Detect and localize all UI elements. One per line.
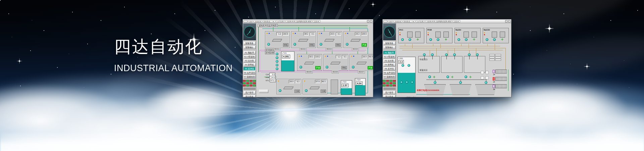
alarm-cell: [253, 85, 256, 87]
pump-icon: [276, 56, 278, 59]
close-button[interactable]: [370, 20, 372, 22]
menu-item[interactable]: F6 化学清洗: [383, 71, 395, 74]
alarm-cell: [389, 82, 392, 84]
mixer-icon: [446, 56, 447, 59]
tank-fill: [341, 88, 352, 95]
filter-shape: [272, 39, 282, 42]
pump-icon: [406, 81, 408, 84]
unit-state-badge: 产水: [362, 43, 367, 47]
alarm-button[interactable]: 报警查看: [383, 42, 395, 45]
readout-box: [495, 59, 501, 61]
menu-label: 送水泵: [248, 59, 254, 62]
chemical-station: PAC: [398, 28, 424, 43]
menu-key: F5: [385, 67, 387, 70]
alarm-button[interactable]: 报警查看: [244, 42, 256, 45]
menu-item[interactable]: F4 鼓风机: [383, 63, 395, 66]
menu-key: F3: [385, 59, 387, 62]
alarm-cell: [393, 85, 396, 87]
mixer-fan-icon: [417, 38, 419, 41]
pipe-segment: [299, 27, 299, 32]
titlebar-field: 运行监视: [416, 20, 425, 22]
warn-marker: [325, 56, 326, 57]
menu-key: F2: [244, 55, 247, 58]
titlebar-field: 0.00 秒: [452, 20, 460, 22]
pump-icon: [465, 38, 468, 41]
press-tag: 3#: [493, 88, 495, 91]
turbidity-value: 1.2: [336, 55, 341, 58]
warn-marker: [319, 33, 320, 34]
menu-item[interactable]: F2 V型滤池: [244, 55, 256, 58]
pump-icon: [293, 43, 296, 46]
minimize-button[interactable]: [505, 20, 507, 22]
menu-item[interactable]: F6 化学清洗: [244, 71, 256, 74]
canvas-small-button[interactable]: [259, 90, 268, 93]
decanter-box: [485, 76, 489, 80]
filter-unit: 38.2 0.1 停机 BD002: [291, 31, 316, 48]
alarm-cell: [243, 82, 246, 84]
warn-marker: [293, 33, 294, 34]
alarm-cell: [243, 85, 246, 87]
window-nav-button[interactable]: [244, 20, 248, 22]
menu-item[interactable]: F3 送水泵: [383, 59, 395, 62]
menu-item[interactable]: F2 V型滤池: [383, 55, 395, 58]
menu-item[interactable]: F7 隐藏画面: [383, 75, 395, 79]
pump-icon: [493, 38, 496, 41]
tank-fill: [355, 85, 365, 95]
user-button[interactable]: 用户登录: [244, 95, 256, 97]
unit-code: BD002: [300, 48, 307, 51]
readout-box: [495, 54, 501, 56]
menu-key: F4: [245, 63, 247, 66]
pipe-segment: [340, 89, 340, 93]
alarm-cell: [246, 82, 249, 84]
filter-unit: 30.1 133.2 产水 BD005: [297, 54, 322, 71]
alarm-marker: [456, 34, 457, 35]
mixer-icon: [432, 56, 433, 59]
unit-code: BD001: [273, 48, 280, 51]
dosing-tank: [435, 32, 441, 38]
process-canvas-pretreatment: PAC PAM: [396, 23, 511, 97]
unit-code: BD003: [326, 48, 333, 51]
close-button[interactable]: [508, 20, 511, 22]
alarm-status-grid: [383, 80, 396, 87]
pump-icon: [346, 43, 348, 46]
menu-item[interactable]: F7 隐藏画面: [244, 75, 256, 79]
menu-item[interactable]: F5 反冲洗: [244, 67, 256, 70]
warn-marker: [299, 56, 300, 57]
alarm-status-grid: [243, 80, 256, 87]
pump-icon: [320, 43, 322, 46]
alarm-button[interactable]: 报警确认: [244, 46, 256, 49]
clear-water-tank: L7101 4.391: [281, 51, 294, 71]
pipe-segment: [487, 44, 488, 46]
titlebar-field: 12/02/16: [254, 20, 262, 22]
pipe-segment: [412, 44, 413, 48]
analog-clock: [384, 26, 395, 38]
aux-readout: NTU 473.1: [266, 79, 276, 82]
user-button[interactable]: 用户管理: [244, 91, 256, 94]
press-connector: [493, 70, 495, 73]
window-nav-button[interactable]: [383, 20, 387, 22]
filter-unit: 26.0 46.4 产水 BD007: [350, 54, 373, 71]
pump-icon: [279, 89, 281, 92]
stars-dim-layer: [0, 0, 0, 0]
sidebar-divider: [383, 88, 395, 90]
pipe-segment: [469, 44, 469, 48]
menu-item[interactable]: F4 鼓风机: [244, 63, 256, 66]
filter-unit: 57.6 80.1 空闲: [303, 79, 327, 94]
flow-value: 0.1: [310, 32, 315, 36]
pump-icon: [411, 81, 414, 84]
minimize-button[interactable]: [367, 20, 369, 22]
menu-item[interactable]: F1 预处理: [244, 51, 256, 54]
user-button[interactable]: 用户管理: [383, 91, 395, 94]
menu-item[interactable]: F5 反冲洗: [383, 67, 395, 70]
alarm-cell: [253, 80, 256, 82]
pump-icon: [267, 43, 270, 46]
menu-item[interactable]: F3 送水泵: [244, 59, 256, 62]
info-marker: [327, 56, 328, 57]
unit-state-badge: 空闲: [321, 90, 326, 93]
menu-item[interactable]: F1 预处理: [383, 51, 395, 54]
tank-tag: L7203: [341, 81, 347, 83]
menu-label: 鼓风机: [388, 63, 394, 66]
alarm-cell: [393, 82, 396, 84]
alarm-button[interactable]: 报警确认: [383, 46, 395, 49]
user-button[interactable]: 用户登录: [383, 95, 395, 97]
